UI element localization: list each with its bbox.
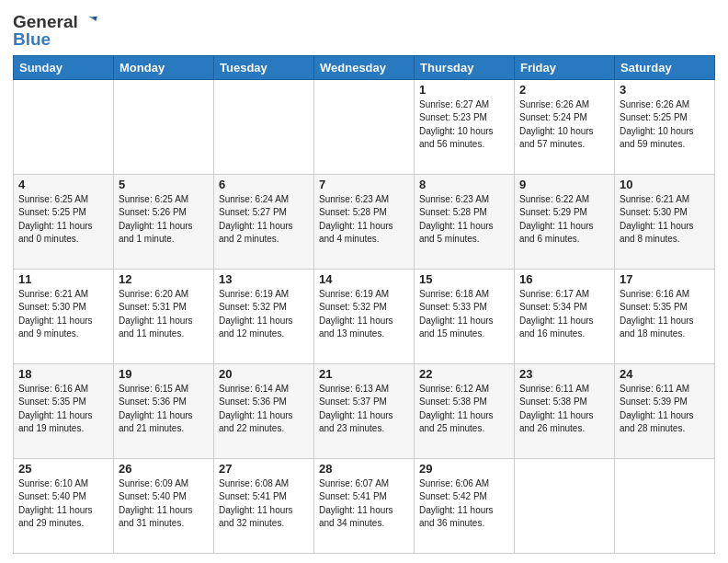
day-number: 6 xyxy=(219,178,309,191)
calendar-cell: 22Sunrise: 6:12 AM Sunset: 5:38 PM Dayli… xyxy=(415,363,515,458)
col-friday: Friday xyxy=(515,55,615,79)
day-number: 13 xyxy=(219,272,309,286)
calendar-cell: 20Sunrise: 6:14 AM Sunset: 5:36 PM Dayli… xyxy=(214,363,314,458)
calendar-week-2: 11Sunrise: 6:21 AM Sunset: 5:30 PM Dayli… xyxy=(14,269,715,363)
day-info: Sunrise: 6:14 AM Sunset: 5:36 PM Dayligh… xyxy=(219,383,309,436)
col-wednesday: Wednesday xyxy=(314,55,415,79)
calendar-week-3: 18Sunrise: 6:16 AM Sunset: 5:35 PM Dayli… xyxy=(14,363,715,458)
day-info: Sunrise: 6:08 AM Sunset: 5:41 PM Dayligh… xyxy=(219,477,309,531)
day-info: Sunrise: 6:24 AM Sunset: 5:27 PM Dayligh… xyxy=(219,193,309,247)
calendar-cell xyxy=(314,79,415,174)
day-info: Sunrise: 6:13 AM Sunset: 5:37 PM Dayligh… xyxy=(319,383,409,436)
day-number: 15 xyxy=(419,272,509,286)
day-number: 25 xyxy=(18,462,108,476)
calendar-cell: 15Sunrise: 6:18 AM Sunset: 5:33 PM Dayli… xyxy=(415,269,515,363)
day-info: Sunrise: 6:23 AM Sunset: 5:28 PM Dayligh… xyxy=(319,193,409,247)
day-number: 3 xyxy=(620,83,710,97)
col-saturday: Saturday xyxy=(615,55,715,79)
calendar-week-0: 1Sunrise: 6:27 AM Sunset: 5:23 PM Daylig… xyxy=(14,79,715,174)
calendar-cell xyxy=(515,458,615,553)
calendar-cell: 25Sunrise: 6:10 AM Sunset: 5:40 PM Dayli… xyxy=(14,458,114,553)
calendar-cell: 6Sunrise: 6:24 AM Sunset: 5:27 PM Daylig… xyxy=(214,174,314,269)
day-info: Sunrise: 6:25 AM Sunset: 5:26 PM Dayligh… xyxy=(119,193,209,247)
day-number: 22 xyxy=(419,367,509,381)
calendar-cell: 17Sunrise: 6:16 AM Sunset: 5:35 PM Dayli… xyxy=(615,269,715,363)
day-number: 26 xyxy=(119,462,209,476)
header: General Blue xyxy=(13,9,715,50)
calendar-cell: 1Sunrise: 6:27 AM Sunset: 5:23 PM Daylig… xyxy=(415,79,515,174)
day-number: 24 xyxy=(620,367,710,381)
calendar-cell: 18Sunrise: 6:16 AM Sunset: 5:35 PM Dayli… xyxy=(14,363,114,458)
calendar-table: Sunday Monday Tuesday Wednesday Thursday… xyxy=(13,55,715,554)
day-number: 17 xyxy=(620,272,710,286)
day-info: Sunrise: 6:18 AM Sunset: 5:33 PM Dayligh… xyxy=(419,288,509,341)
day-number: 1 xyxy=(419,83,509,97)
day-info: Sunrise: 6:19 AM Sunset: 5:32 PM Dayligh… xyxy=(219,288,309,341)
calendar-cell: 10Sunrise: 6:21 AM Sunset: 5:30 PM Dayli… xyxy=(615,174,715,269)
day-info: Sunrise: 6:15 AM Sunset: 5:36 PM Dayligh… xyxy=(119,383,209,436)
calendar-cell: 8Sunrise: 6:23 AM Sunset: 5:28 PM Daylig… xyxy=(415,174,515,269)
calendar-cell: 29Sunrise: 6:06 AM Sunset: 5:42 PM Dayli… xyxy=(415,458,515,553)
day-number: 11 xyxy=(18,272,108,286)
calendar-cell: 24Sunrise: 6:11 AM Sunset: 5:39 PM Dayli… xyxy=(615,363,715,458)
day-info: Sunrise: 6:16 AM Sunset: 5:35 PM Dayligh… xyxy=(620,288,710,341)
day-info: Sunrise: 6:21 AM Sunset: 5:30 PM Dayligh… xyxy=(620,193,710,247)
day-info: Sunrise: 6:11 AM Sunset: 5:39 PM Dayligh… xyxy=(620,383,710,436)
day-info: Sunrise: 6:07 AM Sunset: 5:41 PM Dayligh… xyxy=(319,477,409,531)
calendar-week-1: 4Sunrise: 6:25 AM Sunset: 5:25 PM Daylig… xyxy=(14,174,715,269)
day-info: Sunrise: 6:19 AM Sunset: 5:32 PM Dayligh… xyxy=(319,288,409,341)
day-number: 14 xyxy=(319,272,409,286)
calendar-cell: 28Sunrise: 6:07 AM Sunset: 5:41 PM Dayli… xyxy=(314,458,415,553)
day-number: 12 xyxy=(119,272,209,286)
calendar-week-4: 25Sunrise: 6:10 AM Sunset: 5:40 PM Dayli… xyxy=(14,458,715,553)
day-info: Sunrise: 6:26 AM Sunset: 5:24 PM Dayligh… xyxy=(519,98,609,152)
day-info: Sunrise: 6:20 AM Sunset: 5:31 PM Dayligh… xyxy=(119,288,209,341)
day-info: Sunrise: 6:16 AM Sunset: 5:35 PM Dayligh… xyxy=(18,383,108,436)
calendar-cell: 16Sunrise: 6:17 AM Sunset: 5:34 PM Dayli… xyxy=(515,269,615,363)
day-info: Sunrise: 6:21 AM Sunset: 5:30 PM Dayligh… xyxy=(18,288,108,341)
day-number: 28 xyxy=(319,462,409,476)
page: General Blue Sunday Monday Tuesday Wedne… xyxy=(0,0,728,563)
day-number: 19 xyxy=(119,367,209,381)
header-row: Sunday Monday Tuesday Wednesday Thursday… xyxy=(14,55,715,79)
day-number: 21 xyxy=(319,367,409,381)
calendar-cell xyxy=(615,458,715,553)
day-number: 16 xyxy=(519,272,609,286)
day-number: 10 xyxy=(620,178,710,191)
calendar-cell: 9Sunrise: 6:22 AM Sunset: 5:29 PM Daylig… xyxy=(515,174,615,269)
day-info: Sunrise: 6:06 AM Sunset: 5:42 PM Dayligh… xyxy=(419,477,509,531)
day-info: Sunrise: 6:10 AM Sunset: 5:40 PM Dayligh… xyxy=(18,477,108,531)
logo: General Blue xyxy=(13,13,98,50)
calendar-cell: 2Sunrise: 6:26 AM Sunset: 5:24 PM Daylig… xyxy=(515,79,615,174)
day-number: 8 xyxy=(419,178,509,191)
calendar-cell xyxy=(114,79,214,174)
calendar-cell: 23Sunrise: 6:11 AM Sunset: 5:38 PM Dayli… xyxy=(515,363,615,458)
day-number: 5 xyxy=(119,178,209,191)
day-number: 23 xyxy=(519,367,609,381)
calendar-cell: 26Sunrise: 6:09 AM Sunset: 5:40 PM Dayli… xyxy=(114,458,214,553)
calendar-cell: 12Sunrise: 6:20 AM Sunset: 5:31 PM Dayli… xyxy=(114,269,214,363)
calendar-cell: 27Sunrise: 6:08 AM Sunset: 5:41 PM Dayli… xyxy=(214,458,314,553)
col-sunday: Sunday xyxy=(14,55,114,79)
day-number: 29 xyxy=(419,462,509,476)
day-info: Sunrise: 6:17 AM Sunset: 5:34 PM Dayligh… xyxy=(519,288,609,341)
day-info: Sunrise: 6:22 AM Sunset: 5:29 PM Dayligh… xyxy=(519,193,609,247)
day-info: Sunrise: 6:26 AM Sunset: 5:25 PM Dayligh… xyxy=(620,98,710,152)
day-info: Sunrise: 6:23 AM Sunset: 5:28 PM Dayligh… xyxy=(419,193,509,247)
day-number: 2 xyxy=(519,83,609,97)
day-number: 20 xyxy=(219,367,309,381)
calendar-cell: 11Sunrise: 6:21 AM Sunset: 5:30 PM Dayli… xyxy=(14,269,114,363)
day-number: 7 xyxy=(319,178,409,191)
col-thursday: Thursday xyxy=(415,55,515,79)
calendar-cell: 5Sunrise: 6:25 AM Sunset: 5:26 PM Daylig… xyxy=(114,174,214,269)
calendar-cell: 4Sunrise: 6:25 AM Sunset: 5:25 PM Daylig… xyxy=(14,174,114,269)
day-number: 4 xyxy=(18,178,108,191)
col-monday: Monday xyxy=(114,55,214,79)
calendar-cell: 3Sunrise: 6:26 AM Sunset: 5:25 PM Daylig… xyxy=(615,79,715,174)
calendar-cell: 19Sunrise: 6:15 AM Sunset: 5:36 PM Dayli… xyxy=(114,363,214,458)
day-info: Sunrise: 6:11 AM Sunset: 5:38 PM Dayligh… xyxy=(519,383,609,436)
calendar-cell: 21Sunrise: 6:13 AM Sunset: 5:37 PM Dayli… xyxy=(314,363,415,458)
calendar-cell: 7Sunrise: 6:23 AM Sunset: 5:28 PM Daylig… xyxy=(314,174,415,269)
calendar-cell: 13Sunrise: 6:19 AM Sunset: 5:32 PM Dayli… xyxy=(214,269,314,363)
day-info: Sunrise: 6:27 AM Sunset: 5:23 PM Dayligh… xyxy=(419,98,509,152)
